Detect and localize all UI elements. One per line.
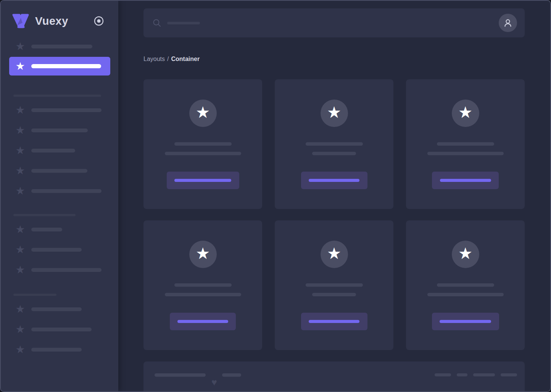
star-icon: ★ <box>15 304 25 315</box>
sidebar-item[interactable]: ★ <box>15 244 109 255</box>
sidebar-item[interactable]: ★ <box>15 265 109 275</box>
star-icon: ★ <box>327 246 342 262</box>
nav-label-placeholder <box>31 169 87 173</box>
sidebar-item[interactable]: ★ <box>15 125 109 136</box>
footer: ♥ <box>143 361 525 391</box>
page-title: Container <box>171 56 200 63</box>
star-icon: ★ <box>15 265 25 275</box>
sidebar-item[interactable]: ★ <box>15 145 109 156</box>
card-action-button[interactable] <box>170 313 236 330</box>
star-icon: ★ <box>15 125 25 136</box>
star-icon: ★ <box>458 104 473 120</box>
star-icon: ★ <box>15 165 25 176</box>
card-avatar: ★ <box>452 241 479 268</box>
sidebar-item[interactable]: ★ <box>15 304 109 315</box>
star-icon: ★ <box>196 104 210 120</box>
nav-label-placeholder <box>31 64 101 68</box>
breadcrumb-separator: / <box>167 56 169 63</box>
footer-text-placeholder <box>155 373 206 377</box>
search-bar[interactable] <box>143 8 525 37</box>
button-label-placeholder <box>309 179 359 182</box>
breadcrumb: Layouts / Container <box>143 55 525 63</box>
footer-text-placeholder <box>222 373 241 377</box>
search-icon <box>153 19 161 27</box>
menu-pin-toggle-icon[interactable] <box>94 16 104 26</box>
search-placeholder-bar <box>167 22 200 24</box>
sidebar-item[interactable]: ★ <box>15 224 109 235</box>
sidebar-item[interactable]: ★ <box>15 344 109 355</box>
star-icon: ★ <box>196 246 210 262</box>
nav-label-placeholder <box>31 108 102 112</box>
nav-label-placeholder <box>31 268 102 272</box>
star-icon: ★ <box>15 186 25 196</box>
placeholder-card: ★ <box>406 79 525 209</box>
breadcrumb-link-layouts[interactable]: Layouts <box>143 56 165 63</box>
footer-link-placeholder[interactable] <box>435 373 451 376</box>
card-avatar: ★ <box>321 241 348 268</box>
card-title-placeholder <box>174 142 232 146</box>
footer-link-placeholder[interactable] <box>473 373 495 376</box>
main-content: Layouts / Container ★ ★ <box>118 1 550 391</box>
heart-icon: ♥ <box>211 381 217 384</box>
star-icon: ★ <box>15 105 25 116</box>
card-subtitle-placeholder <box>427 152 504 155</box>
nav-label-placeholder <box>31 348 82 352</box>
vuexy-logo-icon <box>11 13 30 29</box>
card-avatar: ★ <box>189 241 217 268</box>
sidebar-section-label-placeholder <box>13 294 56 296</box>
card-title-placeholder <box>174 283 232 287</box>
footer-link-placeholder[interactable] <box>457 373 467 376</box>
card-subtitle-placeholder <box>312 293 356 296</box>
sidebar-item[interactable]: ★ <box>15 324 109 335</box>
sidebar: Vuexy ★ ★ ★ ★ <box>1 1 118 391</box>
placeholder-card: ★ <box>275 220 393 350</box>
sidebar-nav: ★ ★ ★ ★ ★ ★ <box>1 41 118 355</box>
sidebar-item[interactable]: ★ <box>15 105 109 116</box>
card-action-button[interactable] <box>167 172 239 189</box>
nav-label-placeholder <box>31 248 82 252</box>
placeholder-card: ★ <box>143 79 262 209</box>
star-icon: ★ <box>15 224 25 235</box>
nav-label-placeholder <box>31 45 92 48</box>
nav-label-placeholder <box>31 189 102 193</box>
footer-link-placeholder[interactable] <box>501 373 517 376</box>
nav-label-placeholder <box>31 228 62 231</box>
card-subtitle-placeholder <box>165 152 241 155</box>
placeholder-card: ★ <box>143 220 262 350</box>
user-avatar[interactable] <box>499 14 517 32</box>
sidebar-item-active[interactable]: ★ <box>9 57 110 76</box>
card-grid: ★ ★ ★ <box>143 79 525 350</box>
logo-row: Vuexy <box>11 13 109 29</box>
card-subtitle-placeholder <box>427 293 504 296</box>
app-title: Vuexy <box>35 15 68 27</box>
nav-label-placeholder <box>31 307 82 311</box>
footer-links <box>435 373 517 376</box>
placeholder-card: ★ <box>275 79 393 209</box>
sidebar-item[interactable]: ★ <box>15 41 109 52</box>
card-action-button[interactable] <box>432 172 499 189</box>
star-icon: ★ <box>15 145 25 156</box>
card-action-button[interactable] <box>432 313 499 330</box>
card-action-button[interactable] <box>301 313 367 330</box>
nav-label-placeholder <box>31 129 88 132</box>
star-icon: ★ <box>15 61 25 72</box>
star-icon: ★ <box>15 344 25 355</box>
card-subtitle-placeholder <box>312 152 356 155</box>
button-label-placeholder <box>177 320 228 323</box>
star-icon: ★ <box>15 244 25 255</box>
sidebar-item[interactable]: ★ <box>15 165 109 176</box>
card-avatar: ★ <box>452 100 479 127</box>
nav-label-placeholder <box>31 149 75 153</box>
button-label-placeholder <box>440 320 491 323</box>
star-icon: ★ <box>458 246 473 262</box>
card-action-button[interactable] <box>301 172 367 189</box>
card-title-placeholder <box>306 283 363 287</box>
user-icon <box>503 18 513 28</box>
star-icon: ★ <box>15 41 25 52</box>
card-title-placeholder <box>437 142 494 146</box>
nav-label-placeholder <box>31 328 92 331</box>
card-subtitle-placeholder <box>165 293 241 296</box>
app-window: Vuexy ★ ★ ★ ★ <box>0 0 551 392</box>
sidebar-item[interactable]: ★ <box>15 186 109 196</box>
card-avatar: ★ <box>189 100 217 127</box>
